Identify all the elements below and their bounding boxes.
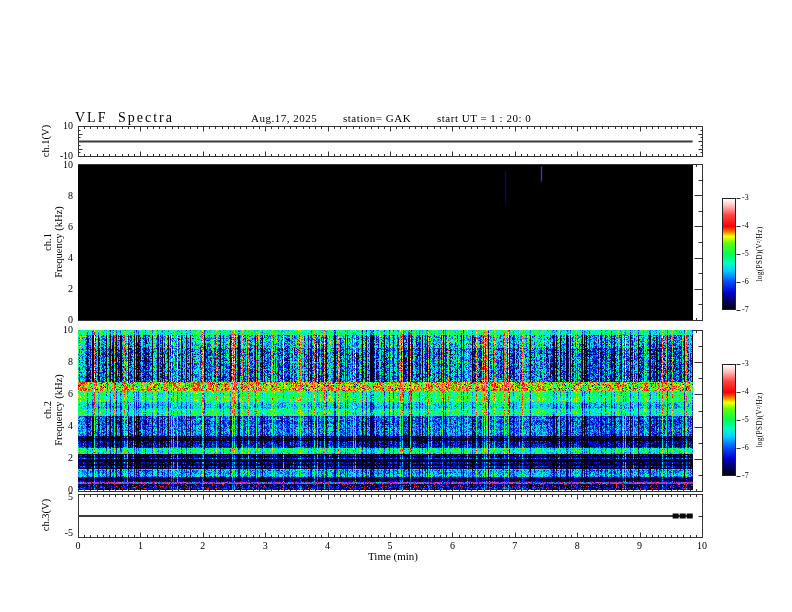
- spec2-ytick: 6: [68, 389, 73, 399]
- start-ut-label: start UT = 1 : 20: 0: [437, 113, 531, 124]
- date-label: Aug.17, 2025: [251, 113, 317, 124]
- x-tick: 9: [637, 541, 642, 551]
- spec1-axis-label: ch.1 Frequency (kHz): [42, 206, 64, 277]
- x-tick: 3: [263, 541, 268, 551]
- x-tick: 8: [575, 541, 580, 551]
- x-tick: 5: [388, 541, 393, 551]
- colorbar2-tick: -5: [742, 416, 749, 424]
- x-tick: 4: [325, 541, 330, 551]
- colorbar1-title: log(PSD)(V²/Hz): [756, 227, 764, 282]
- x-tick: 10: [697, 541, 707, 551]
- ch3v-ytick: -5: [65, 528, 73, 538]
- vlf-spectra-plot: VLF Spectra Aug.17, 2025 station= GAK st…: [0, 0, 792, 612]
- colorbar1-tick: -6: [742, 278, 749, 286]
- colorbar2-tick: -7: [742, 472, 749, 480]
- colorbar1-tick: -7: [742, 306, 749, 314]
- station-label: station= GAK: [343, 113, 411, 124]
- x-tick: 6: [450, 541, 455, 551]
- colorbar2-tick: -6: [742, 444, 749, 452]
- ch1v-axis-label: ch.1(V): [41, 125, 52, 157]
- spec2-axis-label-line2: Frequency (kHz): [53, 374, 64, 445]
- ch1v-ytick: 10: [63, 121, 73, 131]
- spec1-ytick: 8: [68, 191, 73, 201]
- colorbar2-tick: -3: [742, 360, 749, 368]
- x-tick: 2: [200, 541, 205, 551]
- spec2-ytick: 4: [68, 421, 73, 431]
- colorbar-ch1: [722, 198, 736, 310]
- page-title: VLF Spectra: [75, 111, 174, 125]
- spec1-ytick: 4: [68, 253, 73, 263]
- spec1-ytick: 2: [68, 284, 73, 294]
- x-axis-title: Time (min): [368, 551, 418, 562]
- colorbar1-tick: -3: [742, 194, 749, 202]
- spec1-ytick: 10: [63, 160, 73, 170]
- colorbar-ch2: [722, 364, 736, 476]
- spec1-ytick: 6: [68, 222, 73, 232]
- spec2-ytick: 10: [63, 325, 73, 335]
- colorbar2-tick: -4: [742, 388, 749, 396]
- colorbar1-tick: -4: [742, 222, 749, 230]
- spec2-ytick: 2: [68, 453, 73, 463]
- spec1-axis-label-line2: Frequency (kHz): [53, 206, 64, 277]
- x-tick: 1: [138, 541, 143, 551]
- x-tick: 0: [76, 541, 81, 551]
- spec2-ytick: 8: [68, 357, 73, 367]
- spec1-axis-label-line1: ch.1: [42, 206, 53, 277]
- plot-canvas: [0, 0, 792, 612]
- ch3v-axis-label: ch.3(V): [41, 499, 52, 531]
- colorbar2-title: log(PSD)(V²/Hz): [756, 393, 764, 448]
- spec2-axis-label-line1: ch.2: [42, 374, 53, 445]
- ch3v-ytick: 5: [68, 492, 73, 502]
- x-tick: 7: [512, 541, 517, 551]
- spec2-axis-label: ch.2 Frequency (kHz): [42, 374, 64, 445]
- colorbar1-tick: -5: [742, 250, 749, 258]
